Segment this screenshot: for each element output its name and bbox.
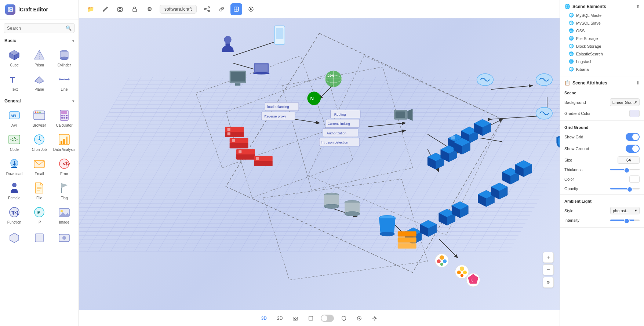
sidebar-item-file[interactable]: File [27, 179, 51, 203]
sidebar-item-browser[interactable]: Browser [27, 106, 51, 130]
settings-bottom-button[interactable] [369, 314, 380, 322]
svg-rect-28 [61, 111, 67, 114]
gradient-color-swatch[interactable] [629, 110, 640, 117]
scene-section-label: Scene [560, 88, 644, 97]
sidebar-item-line[interactable]: Line [52, 70, 76, 94]
svg-point-102 [224, 36, 231, 43]
thickness-slider[interactable] [610, 169, 640, 170]
zoom-in-button[interactable]: + [543, 252, 554, 263]
opacity-slider[interactable] [610, 188, 640, 189]
shield-bottom-button[interactable] [338, 314, 349, 322]
sidebar-item-code[interactable]: </> Code [2, 131, 26, 154]
sidebar-item-function[interactable]: f(x) Function [2, 203, 26, 227]
svg-point-237 [359, 318, 360, 319]
svg-rect-30 [63, 115, 65, 116]
settings-button[interactable]: ⚙ [143, 3, 155, 15]
svg-rect-43 [63, 139, 65, 144]
tree-item-block-storage[interactable]: 🌐 Block Storage [560, 42, 644, 50]
sidebar-item-prism[interactable]: Prism [27, 46, 51, 70]
svg-line-90 [368, 123, 405, 127]
frame-button[interactable] [305, 314, 316, 322]
sidebar-item-ip[interactable]: IP IP [27, 203, 51, 227]
style-select[interactable]: photost... ▾ [610, 207, 640, 214]
error-label: Error [60, 172, 68, 176]
tree-item-logstash[interactable]: 🌐 Logstash [560, 58, 644, 65]
show-ground-label: Show Ground [564, 146, 601, 151]
right-sidebar: 🌐 Scene Elements ⬆ 🌐 MySQL Master 🌐 MySQ… [560, 0, 644, 326]
download-label: Download [6, 172, 22, 176]
sidebar-item-calculator[interactable]: Calculator [52, 106, 76, 130]
color-swatch[interactable] [629, 175, 640, 183]
opacity-label: Opacity [564, 186, 601, 191]
zoom-settings-button[interactable]: ⚙ [543, 277, 554, 288]
sidebar-item-female[interactable]: Female [2, 179, 26, 203]
intensity-control [601, 220, 640, 221]
svg-rect-112 [235, 83, 240, 86]
sidebar-item-photo[interactable] [52, 229, 76, 247]
sidebar-item-box[interactable] [27, 229, 51, 247]
svg-point-228 [463, 271, 467, 274]
image-label: Image [59, 220, 69, 225]
scene-attributes-export[interactable]: ⬆ [636, 80, 640, 86]
sidebar-item-download[interactable]: Download [2, 155, 26, 178]
sidebar-item-plane[interactable]: Plane [27, 70, 51, 94]
sidebar-item-cube[interactable]: Cube [2, 46, 26, 70]
scene-elements-export[interactable]: ⬆ [636, 4, 640, 9]
tree-item-mysql-master[interactable]: 🌐 MySQL Master [560, 11, 644, 19]
intensity-slider[interactable] [610, 220, 640, 221]
tree-item-mysql-slave[interactable]: 🌐 MySQL Slave [560, 19, 644, 27]
sidebar-item-text[interactable]: T Text [2, 70, 26, 94]
api-icon: API [8, 109, 21, 122]
pen-button[interactable] [99, 3, 111, 15]
sidebar-item-email[interactable]: Email [27, 155, 51, 178]
svg-rect-105 [276, 28, 283, 39]
view-2d-button[interactable]: 2D [274, 314, 285, 322]
link-button[interactable] [216, 3, 228, 15]
link-bottom-button[interactable] [354, 314, 365, 322]
svg-rect-111 [231, 72, 245, 82]
background-select[interactable]: Linear Gra... ▾ [610, 98, 640, 106]
globe-icon-1: 🌐 [569, 13, 574, 18]
svg-text:Routing: Routing [334, 113, 346, 116]
sidebar-item-dataanalysis[interactable]: Data Analysis [52, 131, 76, 154]
search-input[interactable] [7, 26, 66, 31]
svg-line-86 [233, 41, 278, 56]
share-button[interactable] [201, 3, 213, 15]
globe-icon-6: 🌐 [569, 51, 574, 56]
divider-1 [560, 120, 644, 121]
play-button[interactable] [245, 3, 257, 15]
lock-button[interactable] [129, 3, 141, 15]
search-bar[interactable]: 🔍 [4, 23, 75, 33]
sidebar-item-3d[interactable] [2, 229, 26, 247]
color-label: Color [564, 177, 601, 181]
canvas-area[interactable]: CDN N load balancing Reverse proxy Routi… [79, 18, 560, 310]
background-control: Linear Gra... ▾ [601, 98, 640, 106]
sidebar-item-flag[interactable]: Flag [52, 179, 76, 203]
scene-attributes-icon: 📋 [564, 80, 570, 86]
tree-item-kibana[interactable]: 🌐 Kibana [560, 65, 644, 73]
zoom-out-button[interactable]: − [543, 264, 554, 275]
show-ground-toggle[interactable] [626, 145, 640, 153]
view-3d-button[interactable]: 3D [258, 314, 270, 322]
sidebar-item-image[interactable]: Image [52, 203, 76, 227]
camera-button[interactable] [114, 3, 126, 15]
tree-item-elasticsearch[interactable]: 🌐 EslasticSearch [560, 50, 644, 58]
sidebar-item-error[interactable]: </> Error [52, 155, 76, 178]
size-input[interactable] [618, 156, 640, 164]
folder-button[interactable]: 📁 [85, 3, 97, 15]
camera-bottom-button[interactable] [290, 314, 301, 322]
sidebar-item-cylinder[interactable]: Cylinder [52, 46, 76, 70]
view3d-button[interactable] [230, 3, 242, 15]
tree-item-oss[interactable]: 🌐 OSS [560, 27, 644, 35]
chevron-icon-bg: ▾ [635, 100, 637, 105]
svg-rect-31 [66, 115, 68, 116]
tree-item-file-storage[interactable]: 🌐 File Storage [560, 35, 644, 42]
view-toggle[interactable] [321, 315, 334, 322]
sidebar-item-cronjob[interactable]: Cron Job [27, 131, 51, 154]
svg-marker-133 [407, 109, 412, 121]
file-label: File [36, 196, 42, 200]
globe-icon-2: 🌐 [569, 21, 574, 25]
calculator-label: Calculator [56, 123, 72, 128]
sidebar-item-api[interactable]: API API [2, 106, 26, 130]
show-grid-toggle[interactable] [626, 133, 640, 141]
